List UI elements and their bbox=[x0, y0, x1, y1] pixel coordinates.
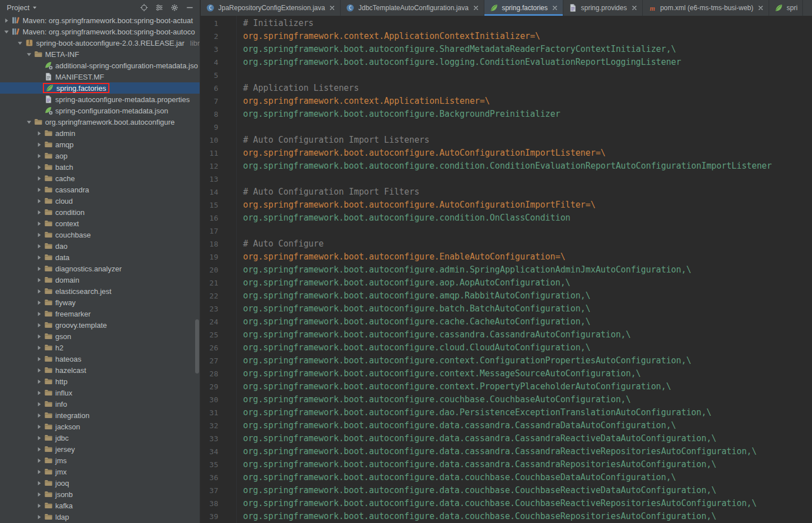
scrollbar-thumb[interactable] bbox=[195, 319, 199, 373]
tree-item-dao[interactable]: dao bbox=[0, 240, 200, 252]
tree-item-hazelcast[interactable]: hazelcast bbox=[0, 364, 200, 376]
tree-item-jsonb[interactable]: jsonb bbox=[0, 489, 200, 500]
tree-item-additional-spring-configuration-metadata-jso[interactable]: additional-spring-configuration-metadata… bbox=[0, 60, 200, 71]
chevron-right-icon[interactable] bbox=[35, 445, 43, 453]
chevron-right-icon[interactable] bbox=[35, 423, 43, 430]
tree-item-elasticsearch-jest[interactable]: elasticsearch.jest bbox=[0, 285, 200, 297]
chevron-right-icon[interactable] bbox=[35, 468, 43, 476]
tree-item-spring-configuration-metadata-json[interactable]: spring-configuration-metadata.json bbox=[0, 105, 200, 116]
chevron-right-icon[interactable] bbox=[35, 490, 43, 498]
tree-item-jooq[interactable]: jooq bbox=[0, 477, 200, 489]
chevron-down-icon[interactable] bbox=[25, 50, 33, 58]
tree-item-http[interactable]: http bbox=[0, 376, 200, 387]
tree-item-spring-factories[interactable]: spring.factories bbox=[0, 82, 200, 94]
chevron-right-icon[interactable] bbox=[35, 411, 43, 419]
chevron-right-icon[interactable] bbox=[35, 344, 43, 351]
chevron-right-icon[interactable] bbox=[35, 513, 43, 521]
chevron-right-icon[interactable] bbox=[35, 129, 43, 137]
close-icon[interactable] bbox=[632, 5, 637, 11]
tree-item-domain[interactable]: domain bbox=[0, 274, 200, 285]
tree-item-h2[interactable]: h2 bbox=[0, 342, 200, 353]
tree-item-admin[interactable]: admin bbox=[0, 128, 200, 139]
editor-tab-pom-xml-e6-ms-tms-busi-web-[interactable]: mpom.xml (e6-ms-tms-busi-web) bbox=[643, 0, 769, 16]
tree-item-aop[interactable]: aop bbox=[0, 150, 200, 161]
tree-item-cloud[interactable]: cloud bbox=[0, 195, 200, 206]
chevron-right-icon[interactable] bbox=[35, 287, 43, 295]
editor-tab-spring-factories[interactable]: spring.factories bbox=[484, 0, 563, 16]
chevron-right-icon[interactable] bbox=[35, 377, 43, 385]
tree-item-freemarker[interactable]: freemarker bbox=[0, 308, 200, 319]
chevron-right-icon[interactable] bbox=[35, 174, 43, 182]
tree-item-amqp[interactable]: amqp bbox=[0, 139, 200, 150]
chevron-right-icon[interactable] bbox=[35, 332, 43, 340]
chevron-right-icon[interactable] bbox=[35, 502, 43, 509]
chevron-right-icon[interactable] bbox=[35, 389, 43, 397]
chevron-right-icon[interactable] bbox=[35, 355, 43, 363]
chevron-right-icon[interactable] bbox=[35, 298, 43, 306]
tree-item-manifest-mf[interactable]: MANIFEST.MF bbox=[0, 71, 200, 82]
chevron-down-icon[interactable] bbox=[25, 118, 33, 126]
tree-item-data[interactable]: data bbox=[0, 252, 200, 263]
chevron-right-icon[interactable] bbox=[35, 186, 43, 194]
chevron-right-icon[interactable] bbox=[35, 231, 43, 239]
chevron-right-icon[interactable] bbox=[35, 163, 43, 171]
project-view-dropdown[interactable]: Project bbox=[7, 3, 37, 12]
tree-item-spring-boot-autoconfigure-2-0-3-release-jar[interactable]: spring-boot-autoconfigure-2.0.3.RELEASE.… bbox=[0, 37, 200, 49]
tree-item-hateoas[interactable]: hateoas bbox=[0, 353, 200, 364]
chevron-right-icon[interactable] bbox=[35, 140, 43, 148]
chevron-down-icon[interactable] bbox=[16, 39, 24, 47]
chevron-down-icon[interactable] bbox=[2, 28, 10, 36]
editor-tab-spring-provides[interactable]: spring.provides bbox=[563, 0, 642, 16]
close-icon[interactable] bbox=[473, 5, 479, 11]
tree-item-couchbase[interactable]: couchbase bbox=[0, 229, 200, 240]
chevron-right-icon[interactable] bbox=[35, 152, 43, 160]
tree-item-cache[interactable]: cache bbox=[0, 173, 200, 184]
chevron-right-icon[interactable] bbox=[2, 16, 10, 24]
chevron-right-icon[interactable] bbox=[35, 321, 43, 329]
settings-icon[interactable] bbox=[170, 3, 179, 12]
close-icon[interactable] bbox=[758, 5, 764, 11]
hide-icon[interactable] bbox=[185, 3, 194, 12]
locate-icon[interactable] bbox=[139, 3, 148, 12]
tree-item-flyway[interactable]: flyway bbox=[0, 297, 200, 308]
tree-item-diagnostics-analyzer[interactable]: diagnostics.analyzer bbox=[0, 263, 200, 274]
tree-item-ldap[interactable]: ldap bbox=[0, 511, 200, 522]
editor-tab-jparepositoryconfigextension-java[interactable]: CJpaRepositoryConfigExtension.java bbox=[201, 0, 341, 16]
chevron-right-icon[interactable] bbox=[35, 456, 43, 464]
tree-item-spring-autoconfigure-metadata-properties[interactable]: spring-autoconfigure-metadata.properties bbox=[0, 94, 200, 105]
tree-item-jms[interactable]: jms bbox=[0, 455, 200, 466]
editor-tab-spri[interactable]: spri bbox=[769, 0, 803, 16]
tree-item-influx[interactable]: influx bbox=[0, 387, 200, 398]
tree-item-integration[interactable]: integration bbox=[0, 410, 200, 421]
chevron-right-icon[interactable] bbox=[35, 366, 43, 374]
editor-tab-jdbctemplateautoconfiguration-java[interactable]: CJdbcTemplateAutoConfiguration.java bbox=[341, 0, 484, 16]
tree-item-batch[interactable]: batch bbox=[0, 161, 200, 173]
chevron-right-icon[interactable] bbox=[35, 310, 43, 318]
chevron-right-icon[interactable] bbox=[35, 197, 43, 205]
options-icon[interactable] bbox=[155, 3, 164, 12]
tree-item-context[interactable]: context bbox=[0, 218, 200, 229]
tree-item-cassandra[interactable]: cassandra bbox=[0, 184, 200, 195]
tree-item-jdbc[interactable]: jdbc bbox=[0, 432, 200, 443]
tree-item-meta-inf[interactable]: META-INF bbox=[0, 49, 200, 60]
tree-item-gson[interactable]: gson bbox=[0, 331, 200, 342]
chevron-right-icon[interactable] bbox=[35, 276, 43, 284]
chevron-right-icon[interactable] bbox=[35, 265, 43, 273]
tree-item-maven-org-springframework-boot-spring-boot-actuat[interactable]: Maven: org.springframework.boot:spring-b… bbox=[0, 15, 200, 26]
chevron-right-icon[interactable] bbox=[35, 253, 43, 261]
editor[interactable]: 1# Initializers2org.springframework.cont… bbox=[201, 16, 812, 523]
chevron-right-icon[interactable] bbox=[35, 434, 43, 442]
tree-item-maven-org-springframework-boot-spring-boot-autoco[interactable]: Maven: org.springframework.boot:spring-b… bbox=[0, 26, 200, 37]
tree-item-jackson[interactable]: jackson bbox=[0, 421, 200, 432]
close-icon[interactable] bbox=[552, 5, 558, 11]
tree-item-kafka[interactable]: kafka bbox=[0, 500, 200, 511]
tree-item-condition[interactable]: condition bbox=[0, 206, 200, 218]
close-icon[interactable] bbox=[329, 5, 335, 11]
tree-item-org-springframework-boot-autoconfigure[interactable]: org.springframework.boot.autoconfigure bbox=[0, 116, 200, 128]
tree-item-jmx[interactable]: jmx bbox=[0, 466, 200, 477]
chevron-right-icon[interactable] bbox=[35, 242, 43, 250]
tree-item-info[interactable]: info bbox=[0, 398, 200, 410]
chevron-right-icon[interactable] bbox=[35, 208, 43, 216]
tree-item-jersey[interactable]: jersey bbox=[0, 443, 200, 455]
chevron-right-icon[interactable] bbox=[35, 479, 43, 487]
